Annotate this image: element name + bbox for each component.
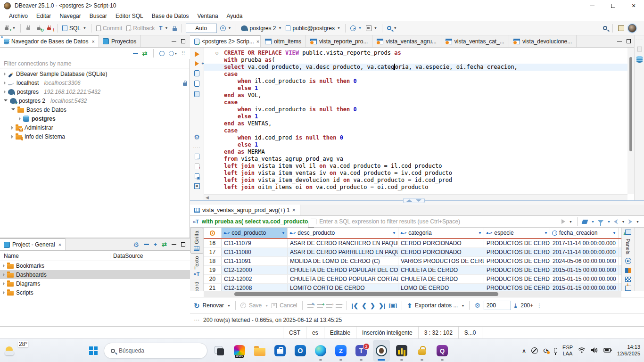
- minimize-button[interactable]: [582, 0, 603, 11]
- chevron-down-icon[interactable]: [11, 108, 15, 112]
- commit-button[interactable]: ▫Commit: [95, 24, 123, 33]
- error-doc-icon[interactable]: !: [195, 164, 199, 169]
- tab-project-general[interactable]: Project - General ×: [0, 239, 66, 250]
- taskbar-app-power-bi[interactable]: [393, 340, 410, 362]
- first-page-icon[interactable]: |❮: [352, 303, 359, 309]
- editor-tab-vista-ventas-cat[interactable]: vista_ventas_cat_...: [441, 35, 509, 47]
- perspective-icon[interactable]: [618, 25, 624, 31]
- references-panel-icon[interactable]: [625, 277, 631, 282]
- cell-cod-producto[interactable]: C12-12000: [222, 266, 288, 274]
- chevron-right-icon[interactable]: [4, 72, 6, 76]
- autocommit-combo[interactable]: Auto: [186, 24, 217, 33]
- status-segment-s-0[interactable]: S...0: [459, 327, 482, 338]
- column-header-cod-producto[interactable]: A-Zcod_producto▼: [222, 228, 288, 238]
- minimize-panel-icon[interactable]: [172, 41, 176, 41]
- taskbar-app-edge[interactable]: [312, 340, 329, 362]
- row-number[interactable]: 20: [204, 275, 222, 283]
- sql-console-icon[interactable]: [194, 91, 199, 97]
- connection-filter-input[interactable]: Filter connections by name: [0, 59, 190, 68]
- cell-desc-producto[interactable]: LOMITO CORTO DE CERDO: [288, 284, 398, 291]
- connect-button[interactable]: [25, 24, 33, 32]
- connect-menu[interactable]: ▼: [169, 51, 178, 56]
- cell-categoria[interactable]: CERDO PORCIONADO: [398, 239, 484, 247]
- taskbar-app-q-app[interactable]: [434, 340, 451, 362]
- connect-ring-icon[interactable]: [159, 51, 165, 56]
- save-button[interactable]: Save▼: [240, 302, 268, 309]
- do-not-disturb-icon[interactable]: [531, 347, 538, 354]
- edit-row-icon[interactable]: [307, 304, 314, 308]
- chevron-down-icon[interactable]: ▼: [478, 231, 482, 235]
- rollback-button[interactable]: ↵Rollback: [125, 24, 156, 33]
- row-number[interactable]: 21: [204, 284, 222, 291]
- editor-tab-vista-ventas-agru[interactable]: vista_ventas_agru...: [372, 35, 441, 47]
- apply-filter-icon[interactable]: [561, 219, 565, 224]
- tab-results-grid[interactable]: vista_ventas_agrup_prod_avg(+) 1 ×: [190, 205, 300, 215]
- clear-filter-icon[interactable]: [582, 220, 588, 224]
- taskbar-clock[interactable]: 14:13 12/6/2025: [617, 344, 640, 357]
- sql-editor-button[interactable]: SQL▼: [61, 24, 87, 33]
- history-forward-icon[interactable]: ⮞: [628, 219, 632, 224]
- language-indicator[interactable]: ESP LAA: [562, 345, 573, 356]
- minimize-panel-icon[interactable]: [172, 244, 176, 245]
- next-page-icon[interactable]: ❯: [370, 303, 375, 309]
- tree-item-postgres-2[interactable]: ✓postgres 2localhost:5432: [0, 96, 190, 105]
- cell-fecha-creacion[interactable]: 2015-01-15 00:00:00.000: [550, 266, 619, 274]
- cell-cod-producto[interactable]: C11-11079: [222, 239, 288, 247]
- collapse-down-icon[interactable]: [416, 199, 421, 202]
- fetch-next-segment-button[interactable]: ⤓200+: [514, 302, 533, 309]
- status-segment-cst[interactable]: CST: [283, 327, 306, 338]
- taskbar-app-dbeaver[interactable]: [373, 340, 390, 362]
- outline-icon[interactable]: [194, 183, 200, 189]
- cell-fecha-creacion[interactable]: 2017-11-14 00:00:00.000: [550, 239, 619, 247]
- export-data-button[interactable]: ⬆Exportar datos ...▼: [407, 302, 464, 309]
- maximize-button[interactable]: [603, 0, 623, 11]
- cell-desc-producto[interactable]: ASAR DE CERDO RANCHERO EN PAQUETE: [288, 239, 398, 247]
- chevron-right-icon[interactable]: [11, 135, 13, 139]
- gear-icon[interactable]: ⚙: [194, 134, 200, 140]
- chevron-right-icon[interactable]: [11, 126, 13, 130]
- view-menu-icon[interactable]: ⁞⁞: [182, 52, 185, 55]
- export-doc-icon[interactable]: ▣: [195, 173, 199, 179]
- taskbar-app-task-view[interactable]: [211, 340, 228, 362]
- next-query-icon[interactable]: →: [195, 154, 199, 159]
- execute-new-tab-icon[interactable]: +: [195, 61, 199, 66]
- fold-collapse-icon[interactable]: ⊖: [215, 49, 219, 57]
- script-from-query-icon[interactable]: [194, 81, 199, 87]
- disconnect-button[interactable]: \: [45, 24, 53, 32]
- table-row[interactable]: 19C12-12000CHULETA DE CERDO POPULAR DEL …: [204, 266, 621, 275]
- menu-base-de-datos[interactable]: Base de Datos: [148, 12, 193, 20]
- grid-horizontal-scrollbar[interactable]: [204, 291, 621, 297]
- maximize-panel-icon[interactable]: [181, 242, 185, 247]
- cell-desc-producto[interactable]: ASAR DE CERDO PARRILLERO EN PAQUETE: [288, 248, 398, 256]
- cell-cod-producto[interactable]: C11-11080: [222, 248, 288, 256]
- refresh-button[interactable]: ↻Renovar▼: [194, 302, 231, 309]
- execute-script-icon[interactable]: [194, 70, 199, 76]
- taskbar-app-microsoft-store[interactable]: [272, 340, 289, 362]
- menu-navegar[interactable]: Navegar: [55, 12, 85, 20]
- cell-categoria[interactable]: VARIOS PRODUCTOS DE CERDO: [398, 257, 484, 265]
- tree-item-info-del-sistema[interactable]: iInfo del Sistema: [0, 132, 190, 141]
- overflow-menu-icon[interactable]: ⋮: [537, 303, 542, 309]
- update-pending-icon[interactable]: ⟳: [543, 347, 549, 354]
- network-profile-button[interactable]: ▼: [365, 25, 378, 32]
- data-grid[interactable]: A-Zcod_producto▼A-Zdesc_producto▼A-Zcate…: [204, 228, 621, 291]
- add-panel-icon[interactable]: [625, 230, 631, 235]
- project-item-dashboards[interactable]: Dashboards: [0, 270, 190, 279]
- transaction-lock-button[interactable]: [172, 25, 178, 32]
- taskbar-app-file-explorer[interactable]: [251, 340, 268, 362]
- row-number[interactable]: 19: [204, 266, 222, 274]
- gear-icon[interactable]: ⚙: [133, 241, 140, 248]
- status-segment-inserci-n-inteligente[interactable]: Inserción inteligente: [356, 327, 419, 338]
- value-viewer-icon[interactable]: [625, 258, 631, 264]
- volume-icon[interactable]: [591, 347, 598, 355]
- code-area[interactable]: ⊖CREATE OR REPLACE VIEW public.vista_rep…: [204, 48, 627, 194]
- column-name[interactable]: Name: [0, 253, 110, 259]
- project-item-bookmarks[interactable]: Bookmarks: [0, 261, 190, 270]
- cell-cod-producto[interactable]: C11-11091: [222, 257, 288, 265]
- taskbar-app-outlook[interactable]: [292, 340, 309, 362]
- chevron-right-icon[interactable]: [3, 282, 5, 286]
- filter-funnel-icon[interactable]: [598, 220, 603, 223]
- column-datasource[interactable]: DataSource: [110, 253, 143, 259]
- scroll-left-icon[interactable]: ◀: [204, 195, 209, 200]
- table-row[interactable]: 18C11-11091MOLIDA DE LOMO DE CERDO (C)VA…: [204, 257, 621, 266]
